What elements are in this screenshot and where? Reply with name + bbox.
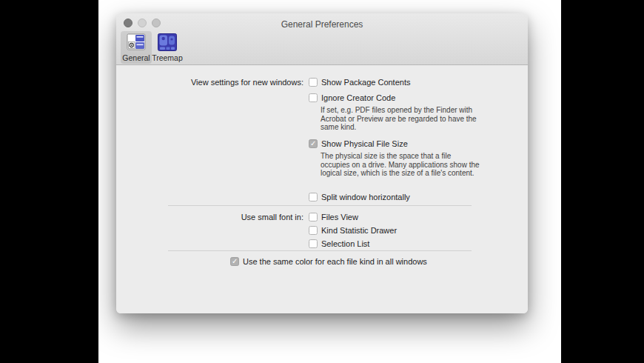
row-kind-statistic-drawer: Kind Statistic Drawer [116,225,397,236]
checkbox-show-physical-file-size-label[interactable]: Show Physical File Size [321,139,408,148]
toolbar-tab-general-label: General [122,53,150,62]
checkbox-selection-list[interactable] [309,239,318,248]
checkbox-same-color-label[interactable]: Use the same color for each file kind in… [243,257,427,266]
checkbox-show-package-contents-label[interactable]: Show Package Contents [321,78,410,87]
preferences-window-icon [126,32,147,53]
checkbox-split-window-horizontally[interactable] [309,193,318,202]
row-same-color: Use the same color for each file kind in… [230,256,427,267]
toolbar-tab-treemap[interactable]: Treemap [152,31,183,64]
row-ignore-creator-code: Ignore Creator Code [116,93,395,103]
checkbox-show-physical-file-size[interactable] [309,139,318,148]
help-ignore-creator-code: If set, e.g. PDF files opened by the Fin… [321,106,480,132]
row-split-window-horizontally: Split window horizontally [116,192,410,202]
help-show-physical-file-size: The physical size is the space that a fi… [321,152,480,178]
checkbox-selection-list-label[interactable]: Selection List [321,239,369,248]
toolbar-tab-general[interactable]: General [121,31,152,64]
titlebar: General Preferences [116,13,528,33]
row-show-physical-file-size: Show Physical File Size [116,139,408,149]
toolbar: General Treemap [121,31,183,64]
separator [168,250,472,251]
window-header: General Preferences General [116,13,528,65]
checkbox-kind-statistic-drawer-label[interactable]: Kind Statistic Drawer [321,226,397,235]
treemap-icon [157,32,178,53]
checkbox-same-color[interactable] [230,257,239,266]
row-files-view: Use small font in: Files View [116,212,358,222]
separator [168,205,472,206]
checkbox-ignore-creator-code-label[interactable]: Ignore Creator Code [321,93,395,102]
checkbox-files-view[interactable] [309,213,318,222]
window-title: General Preferences [116,19,528,30]
toolbar-tab-treemap-label: Treemap [152,53,183,62]
small-font-label: Use small font in: [116,213,303,222]
view-settings-label: View settings for new windows: [116,78,303,87]
checkbox-split-window-horizontally-label[interactable]: Split window horizontally [321,193,410,202]
screenshot-stage: General Preferences General [98,0,561,363]
checkbox-ignore-creator-code[interactable] [309,93,318,102]
checkbox-kind-statistic-drawer[interactable] [309,226,318,235]
preferences-window: General Preferences General [116,13,528,313]
row-show-package-contents: View settings for new windows: Show Pack… [116,77,410,87]
row-selection-list: Selection List [116,239,369,249]
checkbox-show-package-contents[interactable] [309,78,318,87]
preferences-content: View settings for new windows: Show Pack… [116,65,528,313]
checkbox-files-view-label[interactable]: Files View [321,213,358,222]
